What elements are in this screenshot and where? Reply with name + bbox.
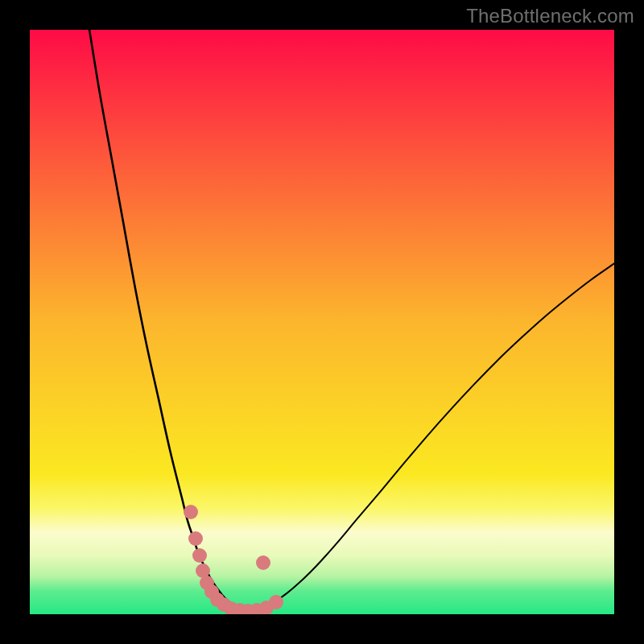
data-point[interactable]	[269, 595, 283, 609]
plot-area	[30, 30, 614, 614]
left-curve	[89, 30, 240, 609]
data-point[interactable]	[188, 531, 203, 546]
right-curve	[246, 263, 614, 612]
bottleneck-curves	[30, 30, 614, 614]
data-point[interactable]	[184, 505, 198, 519]
chart-frame: TheBottleneck.com	[0, 0, 644, 644]
watermark-text: TheBottleneck.com	[466, 5, 634, 27]
